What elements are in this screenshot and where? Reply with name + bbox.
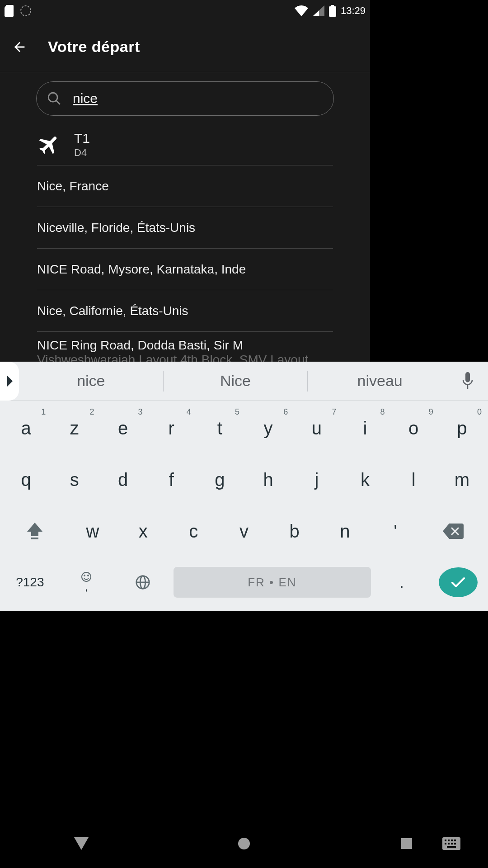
key-c[interactable]: c [169, 509, 219, 554]
result-airport[interactable]: T1 D4 [37, 124, 333, 165]
back-button[interactable] [8, 36, 31, 58]
key-j[interactable]: j [292, 457, 341, 502]
result-label: Nice, Californie, États-Unis [37, 304, 188, 318]
key-z[interactable]: z2 [50, 406, 99, 451]
emoji-key[interactable]: , [58, 571, 115, 593]
svg-point-3 [48, 93, 57, 102]
result-item[interactable]: NICE Road, Mysore, Karnataka, Inde [37, 249, 333, 290]
cell-signal-icon [313, 5, 324, 16]
language-key[interactable] [114, 575, 171, 590]
key-a[interactable]: a1 [2, 406, 50, 451]
key-d[interactable]: d [99, 457, 147, 502]
airport-gate: D4 [74, 147, 90, 158]
key-s[interactable]: s [50, 457, 99, 502]
key-w[interactable]: w [67, 509, 118, 554]
key-h[interactable]: h [244, 457, 292, 502]
page-title: Votre départ [48, 38, 140, 56]
svg-point-0 [21, 6, 31, 16]
soft-keyboard: nice Nice niveau a1z2e3r4t5y6u7i8o9p0 qs… [0, 362, 370, 611]
key-f[interactable]: f [147, 457, 196, 502]
key-i[interactable]: i8 [341, 406, 370, 451]
space-key[interactable]: FR • EN [174, 567, 370, 598]
content-area: T1 D4 Nice, France Niceville, Floride, É… [0, 72, 370, 362]
result-label: NICE Ring Road, Dodda Basti, Sir M [37, 338, 243, 352]
suggestion[interactable]: Nice [164, 372, 308, 390]
suggestion[interactable]: niveau [308, 372, 370, 390]
key-x[interactable]: x [118, 509, 169, 554]
results-list: T1 D4 Nice, France Niceville, Floride, É… [0, 124, 370, 362]
result-label-cut: Vishweshwaraiah Layout 4th Block, SMV La… [37, 353, 308, 362]
key-v[interactable]: v [219, 509, 269, 554]
result-item[interactable]: Nice, Californie, États-Unis [37, 290, 333, 332]
key-g[interactable]: g [196, 457, 244, 502]
shift-key[interactable] [2, 509, 67, 554]
search-icon [47, 91, 62, 106]
svg-rect-2 [331, 5, 334, 6]
key-u[interactable]: u7 [292, 406, 341, 451]
key-r[interactable]: r4 [147, 406, 196, 451]
result-item[interactable]: NICE Ring Road, Dodda Basti, Sir M Vishw… [37, 332, 333, 362]
airplane-icon [37, 132, 61, 157]
svg-point-11 [84, 575, 85, 576]
key-k[interactable]: k [341, 457, 370, 502]
key-e[interactable]: e3 [99, 406, 147, 451]
suggestion[interactable]: nice [19, 372, 163, 390]
app-bar: Votre départ [0, 22, 370, 72]
result-item[interactable]: Nice, France [37, 165, 333, 207]
svg-rect-7 [31, 538, 38, 539]
result-item[interactable]: Niceville, Floride, États-Unis [37, 207, 333, 249]
key-b[interactable]: b [269, 509, 320, 554]
search-field[interactable] [36, 81, 334, 116]
svg-rect-1 [329, 6, 336, 17]
key-n[interactable]: n [320, 509, 370, 554]
status-time: 13:29 [341, 5, 366, 17]
key-q[interactable]: q [2, 457, 50, 502]
expand-suggestions-button[interactable] [0, 362, 19, 401]
wifi-icon [295, 5, 308, 16]
sync-icon [20, 5, 32, 17]
battery-icon [329, 5, 336, 17]
search-input[interactable] [73, 91, 324, 106]
sd-card-icon [5, 5, 14, 17]
result-label: Nice, France [37, 179, 109, 193]
suggestion-bar: nice Nice niveau [0, 362, 370, 401]
airport-terminal: T1 [74, 131, 90, 146]
result-label: NICE Road, Mysore, Karnataka, Inde [37, 262, 246, 277]
result-label: Niceville, Floride, États-Unis [37, 221, 195, 235]
key-y[interactable]: y6 [244, 406, 292, 451]
key-t[interactable]: t5 [196, 406, 244, 451]
svg-line-4 [56, 100, 60, 104]
svg-point-12 [88, 575, 89, 576]
status-bar: 13:29 [0, 0, 370, 22]
symbols-key[interactable]: ?123 [2, 575, 58, 590]
